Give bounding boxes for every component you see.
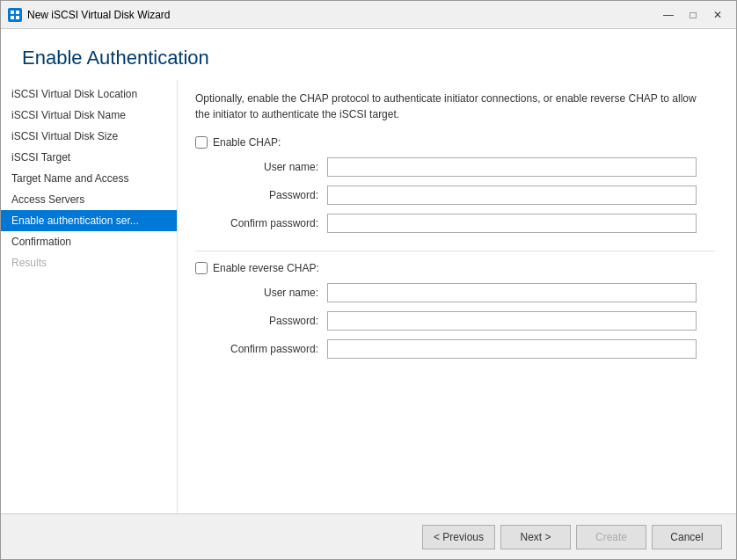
app-icon xyxy=(8,8,22,22)
create-button[interactable]: Create xyxy=(576,525,646,549)
sidebar-item-iscsi-size[interactable]: iSCSI Virtual Disk Size xyxy=(1,126,177,147)
window-title: New iSCSI Virtual Disk Wizard xyxy=(27,9,652,21)
chap-password-row: Password: xyxy=(213,185,715,205)
sidebar-item-target-access[interactable]: Target Name and Access xyxy=(1,168,177,189)
rev-password-row: Password: xyxy=(213,311,715,331)
next-button[interactable]: Next > xyxy=(500,525,571,549)
chap-fields: User name: Password: Confirm password: xyxy=(195,157,715,233)
enable-chap-label[interactable]: Enable CHAP: xyxy=(213,136,281,149)
minimize-button[interactable]: — xyxy=(657,6,680,24)
footer: < Previous Next > Create Cancel xyxy=(1,513,736,559)
sidebar-item-iscsi-location[interactable]: iSCSI Virtual Disk Location xyxy=(1,84,177,105)
enable-chap-checkbox[interactable] xyxy=(195,136,208,149)
chap-username-input[interactable] xyxy=(327,157,697,177)
enable-rev-chap-checkbox[interactable] xyxy=(195,262,208,274)
rev-chap-checkbox-row: Enable reverse CHAP: xyxy=(195,262,715,274)
content-area: Enable Authentication iSCSI Virtual Disk… xyxy=(1,29,736,513)
chap-username-label: User name: xyxy=(213,161,327,173)
chap-confirm-label: Confirm password: xyxy=(213,217,327,229)
chap-password-label: Password: xyxy=(213,189,327,201)
sidebar-item-enable-auth[interactable]: Enable authentication ser... xyxy=(1,210,177,231)
rev-confirm-row: Confirm password: xyxy=(213,339,715,359)
rev-chap-fields: User name: Password: Confirm password: xyxy=(195,283,715,359)
previous-button[interactable]: < Previous xyxy=(422,525,495,549)
chap-confirm-row: Confirm password: xyxy=(213,214,715,233)
close-button[interactable]: ✕ xyxy=(706,6,729,24)
wizard-window: New iSCSI Virtual Disk Wizard — □ ✕ Enab… xyxy=(0,0,737,560)
chap-checkbox-row: Enable CHAP: xyxy=(195,136,715,149)
section-divider xyxy=(195,251,715,251)
svg-rect-0 xyxy=(11,11,14,14)
page-title: Enable Authentication xyxy=(1,29,736,80)
svg-rect-1 xyxy=(16,11,19,14)
enable-rev-chap-label[interactable]: Enable reverse CHAP: xyxy=(213,262,319,274)
sidebar: iSCSI Virtual Disk Location iSCSI Virtua… xyxy=(1,80,177,513)
description-text: Optionally, enable the CHAP protocol to … xyxy=(195,91,705,122)
rev-confirm-label: Confirm password: xyxy=(213,343,327,355)
maximize-button[interactable]: □ xyxy=(682,6,704,24)
rev-username-row: User name: xyxy=(213,283,715,302)
rev-username-input[interactable] xyxy=(327,283,697,302)
rev-username-label: User name: xyxy=(213,287,327,299)
svg-rect-2 xyxy=(11,16,14,19)
chap-section: Enable CHAP: User name: Password: Confir… xyxy=(195,136,715,233)
sidebar-item-iscsi-name[interactable]: iSCSI Virtual Disk Name xyxy=(1,105,177,126)
main-body: iSCSI Virtual Disk Location iSCSI Virtua… xyxy=(1,80,736,513)
rev-password-label: Password: xyxy=(213,315,327,327)
cancel-button[interactable]: Cancel xyxy=(652,525,722,549)
chap-password-input[interactable] xyxy=(327,185,697,205)
sidebar-item-iscsi-target[interactable]: iSCSI Target xyxy=(1,147,177,168)
chap-username-row: User name: xyxy=(213,157,715,177)
sidebar-item-access-servers[interactable]: Access Servers xyxy=(1,189,177,210)
rev-confirm-input[interactable] xyxy=(327,339,697,359)
right-panel: Optionally, enable the CHAP protocol to … xyxy=(177,80,736,513)
sidebar-item-results: Results xyxy=(1,252,177,273)
rev-password-input[interactable] xyxy=(327,311,697,331)
sidebar-item-confirmation[interactable]: Confirmation xyxy=(1,231,177,252)
title-bar: New iSCSI Virtual Disk Wizard — □ ✕ xyxy=(1,1,736,29)
svg-rect-3 xyxy=(16,16,19,19)
chap-confirm-input[interactable] xyxy=(327,214,697,233)
window-controls: — □ ✕ xyxy=(657,6,729,24)
reverse-chap-section: Enable reverse CHAP: User name: Password… xyxy=(195,262,715,359)
